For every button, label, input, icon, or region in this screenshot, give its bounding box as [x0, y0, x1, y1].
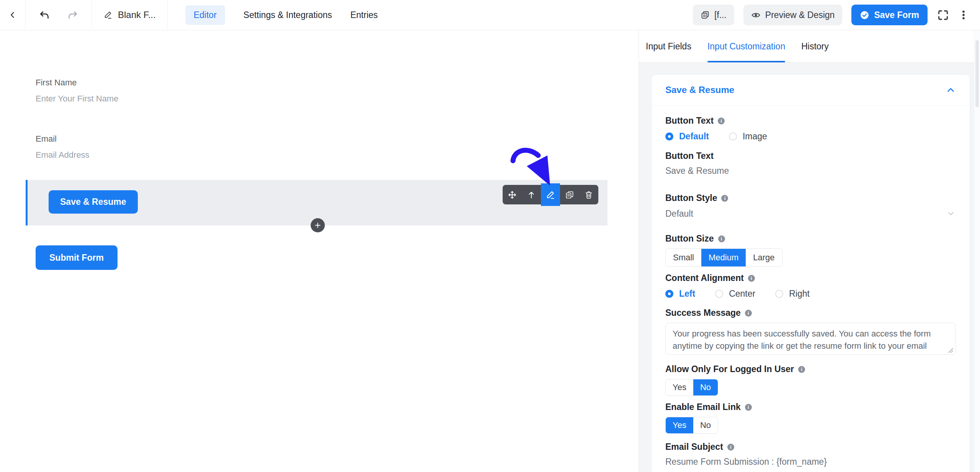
redo-button[interactable] [67, 11, 78, 20]
button-size-label: Button Size [665, 234, 714, 244]
radio-default-label: Default [679, 131, 709, 142]
add-field-button[interactable] [310, 218, 325, 232]
selected-field-row[interactable]: Save & Resume [26, 180, 608, 225]
radio-left[interactable]: Left [665, 289, 695, 299]
sidebar-tabs: Input Fields Input Customization History [639, 30, 980, 63]
size-large-button[interactable]: Large [746, 249, 782, 266]
size-small-button[interactable]: Small [666, 249, 701, 266]
logged-in-user-group: Allow Only For Logged In User i Yes No [665, 364, 956, 396]
pencil-icon [546, 190, 555, 200]
button-style-label: Button Style [665, 193, 717, 203]
chevron-up-icon[interactable] [946, 85, 956, 95]
radio-center[interactable]: Center [715, 289, 755, 299]
button-style-select[interactable]: Default [665, 208, 956, 219]
submit-form-button[interactable]: Submit Form [36, 245, 118, 270]
field-toolbar [503, 185, 598, 204]
radio-image[interactable]: Image [729, 131, 767, 142]
undo-icon [39, 11, 50, 20]
move-up-button[interactable] [522, 185, 541, 204]
logged-in-no-button[interactable]: No [693, 379, 718, 395]
tab-entries[interactable]: Entries [350, 10, 378, 20]
tab-history[interactable]: History [801, 30, 829, 62]
delete-button[interactable] [579, 185, 598, 204]
eye-icon [751, 10, 761, 20]
logged-in-yes-button[interactable]: Yes [666, 379, 693, 395]
info-icon[interactable]: i [748, 275, 755, 282]
card-body: Button Text i Default Image Button Text [652, 106, 970, 467]
save-resume-card: Save & Resume Button Text i Default [651, 74, 970, 472]
info-icon[interactable]: i [721, 195, 728, 202]
move-button[interactable] [503, 185, 522, 204]
field-label-email: Email [36, 134, 57, 144]
radio-dot-icon [665, 290, 673, 298]
customization-panel: Save & Resume Button Text i Default [639, 63, 980, 472]
arrow-up-icon [527, 190, 536, 199]
button-style-group: Button Style i Default [665, 193, 956, 219]
fullscreen-button[interactable] [937, 9, 949, 21]
email-link-label: Enable Email Link [665, 402, 741, 412]
info-icon[interactable]: i [718, 118, 725, 124]
info-icon[interactable]: i [745, 404, 752, 411]
radio-dot-icon [665, 132, 673, 140]
resize-grip-icon[interactable] [948, 348, 953, 353]
form-builder-app: Blank F... Editor Settings & Integration… [0, 0, 980, 472]
plus-icon [314, 222, 321, 229]
card-title: Save & Resume [665, 85, 734, 95]
radio-dot-icon [775, 290, 783, 298]
button-text-label: Button Text [665, 151, 714, 161]
success-message-group: Success Message i Your progress has been… [665, 308, 956, 356]
trash-icon [584, 190, 593, 199]
info-icon[interactable]: i [798, 366, 805, 373]
tab-editor[interactable]: Editor [185, 5, 225, 25]
logged-in-user-toggle: Yes No [665, 379, 718, 396]
email-link-toggle: Yes No [665, 417, 718, 434]
tab-settings-integrations[interactable]: Settings & Integrations [243, 10, 332, 20]
redo-icon [67, 11, 78, 20]
save-form-button[interactable]: Save Form [851, 5, 928, 25]
info-icon[interactable]: i [727, 444, 734, 451]
radio-center-label: Center [729, 289, 755, 299]
settings-sidebar: Input Fields Input Customization History… [639, 30, 980, 472]
field-input-email[interactable] [36, 150, 250, 160]
content-alignment-label: Content Alignment [665, 273, 744, 283]
button-style-value: Default [665, 209, 693, 219]
check-circle-icon [860, 10, 869, 20]
success-message-textarea[interactable]: Your progress has been successfully save… [665, 323, 956, 355]
scrollbar-thumb[interactable] [975, 40, 979, 107]
preview-design-label: Preview & Design [765, 10, 835, 20]
edit-field-button[interactable] [541, 183, 560, 206]
form-title: Blank F... [118, 10, 156, 20]
button-text-group: Button Text [665, 151, 956, 176]
sidebar-scrollbar[interactable] [974, 30, 980, 472]
card-header[interactable]: Save & Resume [652, 75, 970, 106]
radio-default[interactable]: Default [665, 131, 709, 142]
preview-design-button[interactable]: Preview & Design [743, 5, 843, 25]
button-size-group: Button Size i Small Medium Large [665, 234, 956, 267]
tab-input-fields[interactable]: Input Fields [646, 30, 691, 62]
tab-input-customization[interactable]: Input Customization [707, 30, 785, 62]
form-title-group[interactable]: Blank F... [92, 0, 168, 30]
button-text-input[interactable] [665, 166, 956, 176]
logged-in-user-label: Allow Only For Logged In User [665, 364, 794, 374]
chevron-down-icon [946, 209, 956, 219]
field-input-first-name[interactable] [36, 94, 250, 104]
radio-right-label: Right [789, 289, 810, 299]
email-link-no-button[interactable]: No [693, 417, 718, 433]
back-button[interactable] [0, 0, 26, 30]
info-icon[interactable]: i [718, 235, 725, 242]
info-icon[interactable]: i [745, 310, 752, 317]
more-options-button[interactable] [959, 9, 969, 21]
undo-button[interactable] [39, 11, 50, 20]
email-subject-input[interactable] [665, 457, 956, 467]
size-medium-button[interactable]: Medium [701, 249, 746, 266]
duplicate-button[interactable] [560, 185, 579, 204]
radio-left-label: Left [679, 289, 695, 299]
fullscreen-icon [937, 9, 949, 21]
email-link-group: Enable Email Link i Yes No [665, 402, 956, 434]
radio-right[interactable]: Right [775, 289, 810, 299]
content-alignment-group: Content Alignment i Left Center Right [665, 273, 956, 299]
radio-image-label: Image [743, 131, 767, 142]
shortcode-button[interactable]: [f... [693, 5, 734, 25]
save-resume-button[interactable]: Save & Resume [49, 190, 138, 214]
email-link-yes-button[interactable]: Yes [666, 417, 693, 433]
